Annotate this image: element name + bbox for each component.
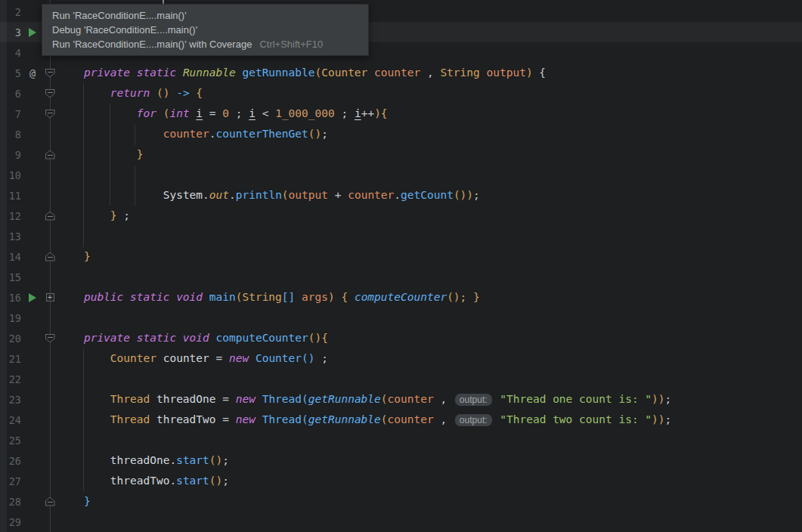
fold-close-icon[interactable]: [45, 212, 55, 221]
code-token: ,: [434, 393, 454, 405]
fold-close-icon[interactable]: [45, 252, 55, 261]
code-token: []: [282, 291, 295, 303]
code-token: [494, 413, 500, 425]
code-token: [57, 413, 110, 425]
code-token: computeCounter: [355, 291, 447, 303]
code-token: {: [196, 87, 203, 99]
code-line: 20 private static void computeCounter(){: [0, 328, 802, 348]
code-token: public static void: [84, 291, 209, 303]
code-token: getRunnable: [308, 393, 381, 405]
fold-open-icon[interactable]: [45, 334, 55, 343]
code-token: (: [381, 393, 388, 405]
code-text: Thread threadOne = new Thread(getRunnabl…: [57, 389, 671, 410]
code-line: 24 Thread threadTwo = new Thread(getRunn…: [0, 410, 802, 430]
code-token: .: [169, 475, 176, 487]
code-token: =: [216, 352, 229, 364]
line-number[interactable]: 29: [0, 516, 23, 528]
code-token: ;: [473, 189, 480, 201]
menu-item[interactable]: Run 'RaceConditionE....main()' with Cove…: [42, 37, 368, 51]
code-line: 25: [0, 430, 802, 450]
line-number[interactable]: 25: [0, 435, 23, 447]
line-number[interactable]: 21: [0, 353, 23, 365]
line-number[interactable]: 19: [0, 312, 23, 324]
code-token: (: [381, 413, 388, 425]
code-token: (: [302, 413, 308, 425]
code-token: getCount: [401, 189, 454, 201]
code-token: [57, 250, 84, 262]
line-number[interactable]: 2: [0, 6, 23, 18]
code-token: [57, 148, 137, 160]
fold-close-icon[interactable]: [45, 497, 55, 506]
code-token: .: [394, 189, 401, 201]
code-token: start: [176, 475, 209, 487]
code-token: output: [289, 189, 328, 201]
fold-collapsed-icon[interactable]: +: [46, 293, 54, 302]
fold-open-icon[interactable]: [45, 69, 55, 78]
code-token: ,: [420, 66, 440, 79]
code-token: counter: [348, 189, 394, 201]
line-number[interactable]: 10: [0, 169, 23, 181]
line-number[interactable]: 24: [0, 414, 23, 426]
gutter-fold-column: [42, 89, 57, 98]
line-number[interactable]: 5: [0, 67, 23, 79]
line-number[interactable]: 11: [0, 190, 23, 202]
fold-open-icon[interactable]: [45, 89, 55, 98]
line-number[interactable]: 7: [0, 108, 23, 120]
code-token: 1_000_000: [275, 107, 335, 119]
code-token: new: [236, 393, 262, 405]
code-line: 21 Counter counter = new Counter() ;: [0, 348, 802, 369]
line-number[interactable]: 13: [0, 230, 23, 243]
code-token: ;: [222, 475, 229, 487]
code-text: private static Runnable getRunnable(Coun…: [57, 63, 546, 83]
menu-item[interactable]: Run 'RaceConditionE....main()': [42, 8, 368, 23]
code-token: ;: [117, 209, 130, 221]
code-token: {: [533, 66, 546, 79]
code-token: (): [156, 87, 169, 99]
code-token: output: [486, 66, 525, 79]
gutter-fold-column: [42, 150, 57, 159]
line-number[interactable]: 3: [0, 26, 23, 39]
code-token: ()): [454, 189, 473, 201]
code-line: 10: [0, 165, 802, 185]
line-number[interactable]: 22: [0, 373, 23, 385]
run-button-icon[interactable]: [29, 293, 36, 302]
code-token: ++: [361, 107, 374, 119]
line-number[interactable]: 9: [0, 149, 23, 161]
code-text: public static void main(String[] args) {…: [57, 287, 480, 308]
code-token: Thread: [110, 393, 156, 405]
code-token: private static: [84, 66, 183, 79]
menu-item-label: Debug 'RaceConditionE....main()': [52, 24, 197, 36]
line-number[interactable]: 26: [0, 455, 23, 467]
code-line: 12 } ;: [0, 206, 802, 226]
code-token: String: [440, 66, 486, 79]
code-token: [57, 189, 163, 201]
line-number[interactable]: 4: [0, 47, 23, 59]
line-number[interactable]: 28: [0, 496, 23, 508]
line-number[interactable]: 16: [0, 292, 23, 304]
line-number[interactable]: 12: [0, 210, 23, 222]
parameter-hint: output:: [455, 394, 492, 406]
code-token: start: [176, 454, 209, 466]
line-number[interactable]: 6: [0, 88, 23, 100]
line-number[interactable]: 15: [0, 271, 23, 283]
line-number[interactable]: 27: [0, 475, 23, 487]
fold-close-icon[interactable]: [45, 150, 55, 159]
fold-open-icon[interactable]: [45, 110, 55, 119]
code-token: ;: [665, 413, 672, 425]
line-number[interactable]: 14: [0, 251, 23, 263]
code-token: getRunnable: [308, 413, 381, 425]
line-number[interactable]: 23: [0, 394, 23, 406]
code-line: 9 }: [0, 144, 802, 165]
code-token: [494, 393, 500, 405]
code-token: println: [236, 189, 282, 201]
code-token: )): [652, 393, 664, 405]
code-token: [295, 291, 302, 303]
code-token: {: [341, 291, 348, 303]
line-number[interactable]: 20: [0, 332, 23, 345]
code-token: (): [308, 128, 321, 140]
line-number[interactable]: 8: [0, 128, 23, 141]
code-token: .: [169, 454, 176, 466]
menu-item[interactable]: Debug 'RaceConditionE....main()': [42, 23, 368, 37]
run-button-icon[interactable]: [29, 28, 36, 37]
code-token: (): [302, 352, 314, 364]
